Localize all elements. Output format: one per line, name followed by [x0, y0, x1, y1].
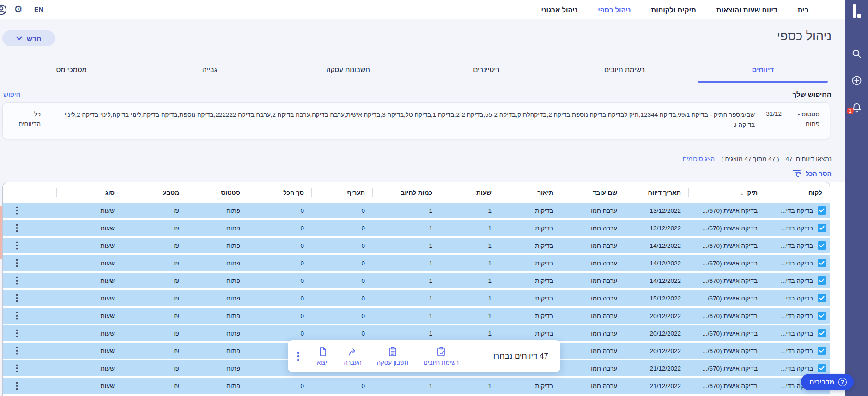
- export-document-icon: [317, 346, 328, 357]
- chevron-down-icon: [16, 36, 22, 41]
- tab[interactable]: מסמכי מס: [2, 57, 140, 82]
- cell-total: 0: [248, 383, 311, 390]
- cell-file: בדיקה אישית (670/...: [688, 365, 765, 372]
- clipboard-check-icon: [436, 346, 447, 357]
- avatar-icon[interactable]: [0, 4, 7, 16]
- cell-qty: 1: [372, 312, 440, 319]
- cell-qty: 1: [372, 260, 440, 267]
- table-row[interactable]: בדיקה בדי... בדיקה אישית (670/... 20/12/…: [3, 325, 830, 341]
- tab[interactable]: ריטיינרים: [417, 57, 555, 82]
- col-header-type[interactable]: סוג: [56, 182, 122, 203]
- col-header-date[interactable]: תאריך דיווח: [625, 182, 688, 203]
- new-button[interactable]: חדש: [2, 30, 55, 46]
- row-kebab-icon[interactable]: [16, 382, 18, 390]
- row-checkbox[interactable]: [818, 364, 826, 372]
- nav-item[interactable]: בית: [797, 6, 809, 14]
- col-header-description[interactable]: תיאור: [499, 182, 561, 203]
- row-kebab-icon[interactable]: [16, 224, 18, 232]
- filter-status: סטטוס - פתוח: [793, 110, 819, 129]
- cell-actions: [3, 259, 56, 267]
- cell-currency: ₪: [122, 295, 187, 302]
- invoice-icon: [387, 346, 398, 357]
- cell-total: 0: [248, 260, 311, 267]
- export-button[interactable]: ייצוא: [317, 346, 328, 366]
- tab[interactable]: גבייה: [140, 57, 279, 82]
- table-row[interactable]: בדיקה בדי... בדיקה אישית (670/... 14/12/…: [3, 238, 830, 253]
- row-kebab-icon[interactable]: [16, 241, 18, 250]
- table-row[interactable]: בדיקה בדי... בדיקה אישית (670/... 14/12/…: [3, 273, 830, 288]
- cell-currency: ₪: [122, 348, 187, 354]
- row-kebab-icon[interactable]: [16, 329, 18, 337]
- row-checkbox[interactable]: [818, 259, 826, 267]
- cell-rate: 0: [311, 383, 372, 390]
- clear-filter-icon: [792, 169, 801, 178]
- gear-icon[interactable]: ⚙: [14, 4, 23, 14]
- cell-currency: ₪: [122, 312, 187, 319]
- cell-employee: ערבה חמו: [561, 312, 625, 319]
- table-row[interactable]: בדיקה בדי... בדיקה אישית (670/... 20/12/…: [3, 308, 830, 324]
- transfer-button[interactable]: העברה: [344, 346, 361, 366]
- col-header-client[interactable]: לקוח: [765, 182, 830, 203]
- nav-item[interactable]: ניהול ארגוני: [541, 6, 577, 14]
- show-summaries-link[interactable]: הצג סיכומים: [682, 156, 715, 162]
- cell-date: 20/12/2022: [625, 330, 688, 337]
- cell-actions: [3, 224, 56, 232]
- col-header-status[interactable]: סטטוס: [187, 182, 248, 203]
- row-kebab-icon[interactable]: [16, 206, 18, 215]
- cell-qty: 1: [372, 277, 440, 284]
- transaction-invoice-button[interactable]: חשבון עסקה: [377, 346, 408, 366]
- guides-button[interactable]: ? מדריכים: [801, 374, 854, 390]
- row-kebab-icon[interactable]: [16, 276, 18, 285]
- row-checkbox[interactable]: [818, 329, 826, 337]
- tab[interactable]: רשימת חיובים: [555, 57, 693, 82]
- row-checkbox[interactable]: [818, 347, 826, 355]
- sort-desc-icon[interactable]: ↓: [741, 189, 744, 196]
- add-icon[interactable]: [845, 75, 868, 86]
- table-row[interactable]: בדיקה בדי... בדיקה אישית (670/... 15/12/…: [3, 290, 830, 306]
- cell-qty: 1: [372, 225, 440, 232]
- tab[interactable]: דיווחים: [694, 57, 832, 82]
- col-header-qty[interactable]: כמות לחיוב: [372, 182, 440, 203]
- row-checkbox[interactable]: [818, 224, 826, 232]
- row-checkbox[interactable]: [818, 276, 826, 285]
- table-row[interactable]: בדיקה בדי... בדיקה אישית (670/... 21/12/…: [3, 378, 830, 394]
- language-toggle[interactable]: EN: [34, 0, 43, 19]
- col-header-employee[interactable]: שם עובד: [561, 182, 625, 203]
- col-header-total[interactable]: סך הכל: [248, 182, 311, 203]
- more-actions-kebab-icon[interactable]: [297, 351, 300, 361]
- billing-list-button[interactable]: רשימת חיובים: [424, 346, 459, 366]
- nav-item[interactable]: ניהול כספי: [598, 6, 631, 14]
- nav-item[interactable]: תיקים ולקוחות: [651, 6, 696, 14]
- scrollbar-gutter[interactable]: [830, 182, 845, 396]
- col-header-hours[interactable]: שעות: [440, 182, 499, 203]
- cell-hours: 1: [440, 225, 499, 232]
- tab[interactable]: חשבונות עסקה: [279, 57, 417, 82]
- your-search-heading: החיפוש שלך: [793, 90, 832, 98]
- cell-actions: [3, 347, 56, 355]
- col-header-rate[interactable]: תעריף: [311, 182, 372, 203]
- row-kebab-icon[interactable]: [16, 347, 18, 355]
- row-checkbox[interactable]: [818, 294, 826, 302]
- clear-all-button[interactable]: הסר הכל: [792, 169, 832, 178]
- cell-actions: [3, 382, 56, 390]
- saved-search-card[interactable]: סטטוס - פתוח 31/12 שם/מספר התיק - בדיקה …: [2, 102, 830, 139]
- row-kebab-icon[interactable]: [16, 259, 18, 267]
- col-header-file[interactable]: תיק ↓: [688, 182, 765, 203]
- row-checkbox[interactable]: [818, 241, 826, 250]
- row-kebab-icon[interactable]: [16, 364, 18, 372]
- table-row[interactable]: בדיקה בדי... בדיקה אישית (670/... 13/12/…: [3, 203, 830, 218]
- cell-currency: ₪: [122, 277, 187, 284]
- row-checkbox[interactable]: [818, 206, 826, 215]
- cell-file: בדיקה אישית (670/...: [688, 348, 765, 354]
- row-kebab-icon[interactable]: [16, 312, 18, 320]
- row-kebab-icon[interactable]: [16, 294, 18, 302]
- col-header-currency[interactable]: מטבע: [122, 182, 187, 203]
- table-row[interactable]: בדיקה בדי... בדיקה אישית (670/... 13/12/…: [3, 220, 830, 236]
- search-link[interactable]: חיפוש: [3, 90, 20, 98]
- table-row[interactable]: בדיקה בדי... בדיקה אישית (670/... 14/12/…: [3, 255, 830, 271]
- search-icon[interactable]: [845, 48, 868, 60]
- row-checkbox[interactable]: [818, 312, 826, 320]
- cell-currency: ₪: [122, 365, 187, 372]
- nav-item[interactable]: דיווח שעות והוצאות: [716, 6, 777, 14]
- cell-employee: ערבה חמו: [561, 348, 625, 354]
